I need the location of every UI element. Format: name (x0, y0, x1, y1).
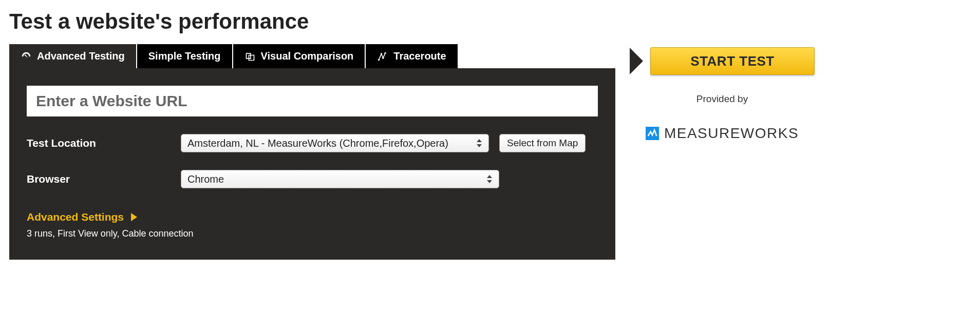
select-from-map-button[interactable]: Select from Map (499, 134, 586, 152)
browser-label: Browser (27, 173, 171, 185)
tab-simple-testing[interactable]: Simple Testing (137, 44, 233, 68)
provider-logo: MEASUREWORKS (630, 125, 815, 142)
tab-bar: Advanced Testing Simple Testing Visual C… (9, 44, 615, 68)
start-test-button[interactable]: START TEST (650, 47, 815, 75)
pointer-icon (630, 48, 643, 74)
tab-label: Simple Testing (148, 50, 221, 62)
advanced-settings-label: Advanced Settings (27, 211, 124, 223)
browser-select[interactable]: Chrome (181, 170, 499, 188)
compare-icon (244, 51, 256, 62)
svg-point-1 (381, 53, 382, 54)
advanced-settings-toggle[interactable]: Advanced Settings (27, 211, 137, 223)
advanced-settings-summary: 3 runs, First View only, Cable connectio… (27, 228, 598, 239)
tab-label: Traceroute (393, 50, 446, 62)
traceroute-icon (377, 51, 388, 62)
location-label: Test Location (27, 137, 171, 149)
provided-by-label: Provided by (630, 93, 815, 105)
url-input[interactable] (27, 86, 598, 116)
tab-traceroute[interactable]: Traceroute (366, 44, 458, 68)
gauge-icon (21, 51, 32, 62)
page-title: Test a website's performance (9, 9, 971, 34)
tab-label: Advanced Testing (37, 50, 125, 62)
svg-point-2 (383, 57, 384, 59)
provider-mark-icon (646, 127, 659, 140)
tab-label: Visual Comparison (261, 50, 354, 62)
svg-point-0 (378, 59, 380, 61)
svg-point-3 (385, 52, 386, 53)
tab-advanced-testing[interactable]: Advanced Testing (9, 44, 137, 68)
test-panel: Test Location Amsterdam, NL - MeasureWor… (9, 68, 615, 260)
location-select[interactable]: Amsterdam, NL - MeasureWorks (Chrome,Fir… (181, 134, 489, 152)
provider-name: MEASUREWORKS (664, 125, 799, 142)
chevron-right-icon (131, 213, 137, 221)
tab-visual-comparison[interactable]: Visual Comparison (233, 44, 366, 68)
